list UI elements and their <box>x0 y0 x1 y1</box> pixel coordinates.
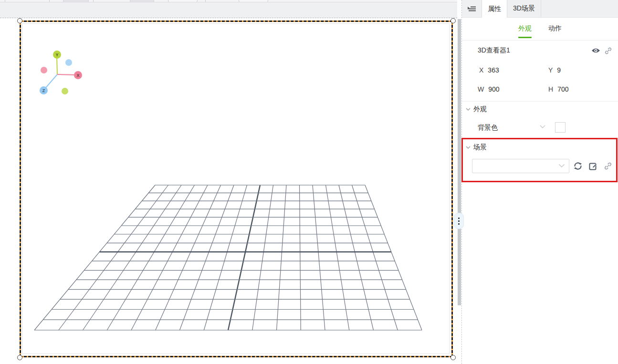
panel-tabbar: 属性 3D场景 <box>462 0 618 18</box>
gizmo-x-axis-ball[interactable]: X <box>74 71 82 79</box>
panel-subtabs: 外观 动作 <box>462 17 618 41</box>
refresh-icon[interactable] <box>574 162 582 170</box>
canvas-area[interactable]: Y X Z <box>0 0 457 364</box>
size-row: W900 H700 <box>462 85 618 94</box>
gizmo-neg-z-ball[interactable] <box>65 59 72 66</box>
gizmo-neg-x-ball[interactable] <box>41 67 47 73</box>
scrollbar-thumb[interactable] <box>458 19 461 305</box>
x-value[interactable]: 363 <box>488 66 499 74</box>
bg-color-dropdown-chevron-icon[interactable] <box>540 125 545 128</box>
panel-resize-handle[interactable] <box>454 213 464 229</box>
toolbar-separator <box>93 0 94 2</box>
collapse-panel-button[interactable] <box>462 0 482 17</box>
y-label: Y <box>548 66 553 74</box>
widget-name: 3D查看器1 <box>478 46 510 55</box>
scene-link-icon[interactable] <box>604 162 612 170</box>
w-value[interactable]: 900 <box>488 85 499 93</box>
app-window: Y X Z <box>0 0 618 364</box>
toolbar-separator <box>49 0 50 2</box>
tab-3d-scene-label: 3D场景 <box>513 4 535 13</box>
section-divider <box>462 101 618 102</box>
canvas-scrollbar[interactable] <box>457 0 461 364</box>
toolbar-separator <box>205 0 206 2</box>
tab-properties[interactable]: 属性 <box>482 0 507 18</box>
subtab-action[interactable]: 动作 <box>548 18 562 39</box>
h-label: H <box>548 85 553 93</box>
toolbar-control <box>239 0 268 2</box>
resize-handle-top-left[interactable] <box>17 18 22 23</box>
bg-color-row: 背景色 <box>462 122 618 134</box>
appearance-section-header[interactable]: 外观 <box>466 105 487 114</box>
gizmo-y-label: Y <box>55 52 58 57</box>
collapse-panel-icon <box>468 6 476 12</box>
scene-dropdown[interactable] <box>472 159 569 173</box>
toolbar-control <box>130 0 154 2</box>
gizmo-z-axis-ball[interactable]: Z <box>40 86 48 94</box>
top-toolbar-clipped <box>0 0 457 2</box>
gizmo-z-label: Z <box>42 88 45 93</box>
resize-handle-bottom-right[interactable] <box>450 355 456 360</box>
chevron-down-icon <box>466 108 471 111</box>
dropdown-chevron-icon <box>558 164 565 168</box>
toolbar-control <box>168 0 198 2</box>
position-row: X363 Y9 <box>462 66 618 75</box>
w-label: W <box>478 85 484 93</box>
tab-3d-scene[interactable]: 3D场景 <box>507 0 541 17</box>
gizmo-x-label: X <box>76 73 79 78</box>
visibility-eye-icon[interactable] <box>591 47 600 54</box>
orientation-gizmo[interactable]: Y X Z <box>36 48 88 98</box>
bg-color-label: 背景色 <box>478 124 498 132</box>
link-icon[interactable] <box>605 47 612 54</box>
widget-header-row: 3D查看器1 <box>478 46 613 55</box>
page-margin-band <box>0 2 457 18</box>
h-value[interactable]: 700 <box>557 85 568 93</box>
gizmo-y-axis-ball[interactable]: Y <box>53 51 61 59</box>
scene-section-header[interactable]: 场景 <box>466 143 487 152</box>
chevron-down-icon <box>466 146 471 149</box>
subtab-appearance[interactable]: 外观 <box>518 18 532 39</box>
gizmo-neg-y-ball[interactable] <box>62 88 68 94</box>
scene-section-title: 场景 <box>473 143 487 152</box>
toolbar-control <box>63 0 89 2</box>
tab-properties-label: 属性 <box>488 5 501 13</box>
y-value[interactable]: 9 <box>557 66 561 74</box>
edit-icon[interactable] <box>589 162 597 170</box>
toolbar-separator <box>5 0 5 2</box>
scene-actions <box>574 162 612 170</box>
resize-handle-top-right[interactable] <box>450 18 456 23</box>
properties-panel: 属性 3D场景 外观 动作 3D查看器1 <box>461 0 618 364</box>
appearance-section-title: 外观 <box>473 105 487 114</box>
x-label: X <box>479 66 483 74</box>
bg-color-swatch[interactable] <box>555 122 566 133</box>
resize-handle-bottom-left[interactable] <box>17 355 22 360</box>
